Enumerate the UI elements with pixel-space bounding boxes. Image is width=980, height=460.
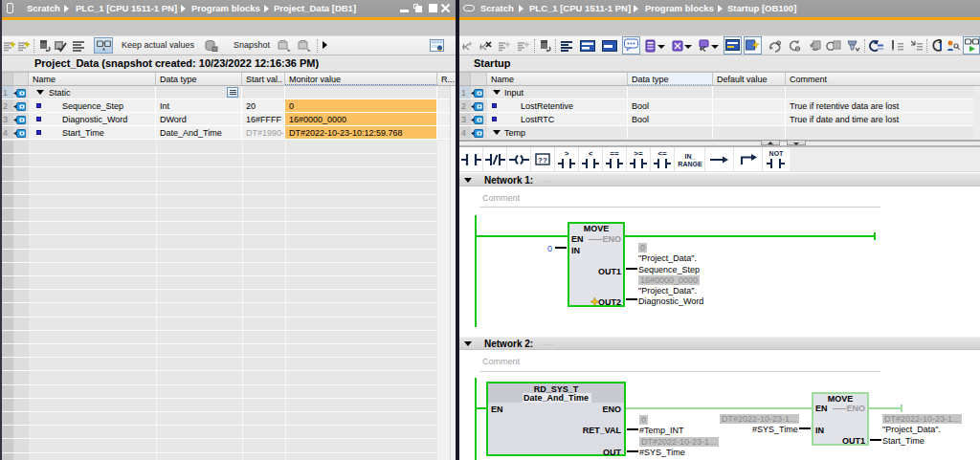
svg-text:RANGE: RANGE (678, 161, 702, 167)
svg-text:<: < (589, 149, 593, 158)
svg-text:NOT: NOT (769, 150, 785, 157)
svg-text:IN_: IN_ (685, 153, 696, 160)
svg-text:<=: <= (657, 149, 667, 158)
svg-text:??: ?? (538, 156, 547, 164)
svg-text:>=: >= (634, 149, 643, 158)
svg-text:==: == (610, 149, 619, 158)
svg-text:>: > (565, 149, 569, 158)
